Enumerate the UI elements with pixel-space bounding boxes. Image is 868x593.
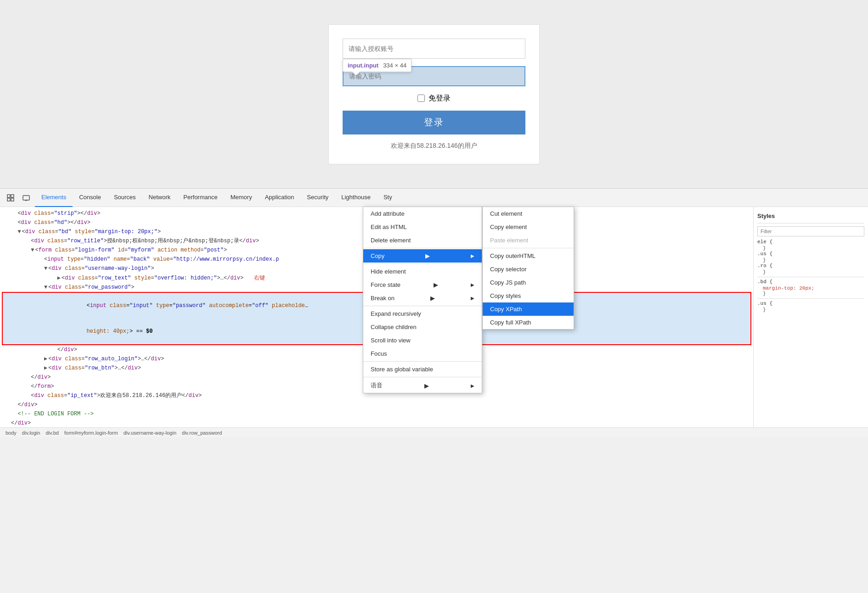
svg-rect-3 (11, 198, 14, 201)
tab-application[interactable]: Application (259, 189, 301, 207)
context-menu-delete-element[interactable]: Delete element (363, 234, 482, 247)
styles-rule: } (757, 257, 864, 263)
tab-console[interactable]: Console (73, 189, 107, 207)
context-menu-copy[interactable]: Copy ▶ (363, 249, 482, 263)
code-line[interactable]: </div> (0, 400, 753, 409)
remember-label: 免登录 (428, 94, 451, 103)
tooltip-size: 334 × 44 (383, 62, 406, 69)
submenu-separator (483, 248, 574, 248)
login-button[interactable]: 登录 (343, 111, 525, 134)
remember-checkbox[interactable] (417, 95, 425, 102)
styles-rule: } (757, 291, 864, 296)
styles-rule: margin-top: 20px; (757, 285, 864, 291)
context-menu-force-state[interactable]: Force state ▶ (363, 278, 482, 291)
devtools-breadcrumb: body div.login div.bd form#myform.login-… (0, 427, 868, 437)
context-menu-store-global[interactable]: Store as global variable (363, 363, 482, 376)
submenu-copy-full-xpath[interactable]: Copy full XPath (483, 316, 574, 329)
styles-selector: .us { (757, 251, 864, 257)
context-menu-scroll-into-view[interactable]: Scroll into view (363, 334, 482, 347)
context-menu-separator (363, 377, 482, 377)
browser-viewport: input.input 334 × 44 免登录 登录 欢迎来自58.218.2… (0, 0, 868, 188)
styles-rule: } (757, 246, 864, 251)
styles-selector: ele { (757, 239, 864, 245)
context-menu-edit-html[interactable]: Edit as HTML (363, 220, 482, 234)
remember-login-row: 免登录 (343, 94, 525, 103)
tab-elements[interactable]: Elements (35, 189, 73, 207)
styles-selector: .bd { (757, 279, 864, 285)
username-input[interactable] (343, 39, 525, 59)
context-menu-voice[interactable]: 语音 ▶ (363, 378, 482, 393)
styles-rule: } (757, 269, 864, 275)
submenu-copy-js-path[interactable]: Copy JS path (483, 276, 574, 289)
context-menu-add-attribute[interactable]: Add attribute (363, 207, 482, 220)
welcome-text: 欢迎来自58.218.26.146的用户 (343, 142, 525, 150)
device-icon[interactable] (19, 191, 33, 205)
svg-rect-2 (7, 198, 10, 201)
submenu-copy-outerhtml[interactable]: Copy outerHTML (483, 249, 574, 263)
svg-rect-4 (23, 196, 29, 200)
submenu-copy-element[interactable]: Copy element (483, 220, 574, 234)
tab-styles-short[interactable]: Sty (377, 189, 399, 207)
context-menu-separator (363, 248, 482, 248)
login-form-container: input.input 334 × 44 免登录 登录 欢迎来自58.218.2… (328, 24, 540, 164)
submenu-copy-xpath[interactable]: Copy XPath (483, 302, 574, 316)
tab-performance[interactable]: Performance (177, 189, 224, 207)
styles-selector: .us { (757, 301, 864, 306)
context-menu-focus[interactable]: Focus (363, 347, 482, 360)
breadcrumb-item-divlogin[interactable]: div.login (20, 430, 42, 436)
context-menu-break-on[interactable]: Break on ▶ (363, 291, 482, 305)
tooltip-class: input.input (348, 62, 378, 69)
styles-filter-input[interactable] (757, 226, 864, 236)
submenu-copy-styles[interactable]: Copy styles (483, 289, 574, 302)
context-menu-collapse-children[interactable]: Collapse children (363, 320, 482, 334)
breadcrumb-item-divusername[interactable]: div.username-way-login (122, 430, 178, 436)
tab-network[interactable]: Network (142, 189, 177, 207)
styles-panel: Styles ele { } .us { } .ro { } .bd { mar… (753, 207, 868, 427)
styles-panel-header: Styles (757, 211, 864, 224)
breadcrumb-item-form[interactable]: form#myform.login-form (62, 430, 120, 436)
code-line[interactable]: <!-- END LOGIN FORM --> (0, 409, 753, 419)
inspect-icon[interactable] (4, 191, 17, 205)
submenu-cut-element[interactable]: Cut element (483, 207, 574, 220)
submenu-copy: Cut element Copy element Paste element C… (482, 207, 574, 330)
breadcrumb-item-body[interactable]: body (4, 430, 18, 436)
tab-memory[interactable]: Memory (224, 189, 259, 207)
tab-lighthouse[interactable]: Lighthouse (335, 189, 377, 207)
context-menu-expand-recursively[interactable]: Expand recursively (363, 307, 482, 320)
breadcrumb-item-divpassword[interactable]: div.row_password (180, 430, 224, 436)
styles-rule: } (757, 307, 864, 313)
tab-security[interactable]: Security (300, 189, 335, 207)
tab-sources[interactable]: Sources (107, 189, 142, 207)
breadcrumb-item-divbd[interactable]: div.bd (44, 430, 61, 436)
svg-rect-0 (7, 195, 10, 197)
context-menu-separator (363, 306, 482, 306)
styles-selector: .ro { (757, 263, 864, 269)
context-menu-hide-element[interactable]: Hide element (363, 265, 482, 278)
submenu-copy-selector[interactable]: Copy selector (483, 263, 574, 276)
svg-rect-1 (11, 195, 14, 197)
devtools-toolbar: Elements Console Sources Network Perform… (0, 189, 868, 207)
submenu-paste-element[interactable]: Paste element (483, 234, 574, 247)
context-menu: Add attribute Edit as HTML Delete elemen… (363, 207, 482, 393)
element-tooltip: input.input 334 × 44 (343, 59, 411, 72)
context-menu-separator (363, 263, 482, 264)
context-menu-separator (363, 361, 482, 362)
code-line[interactable]: </div> (0, 419, 753, 427)
